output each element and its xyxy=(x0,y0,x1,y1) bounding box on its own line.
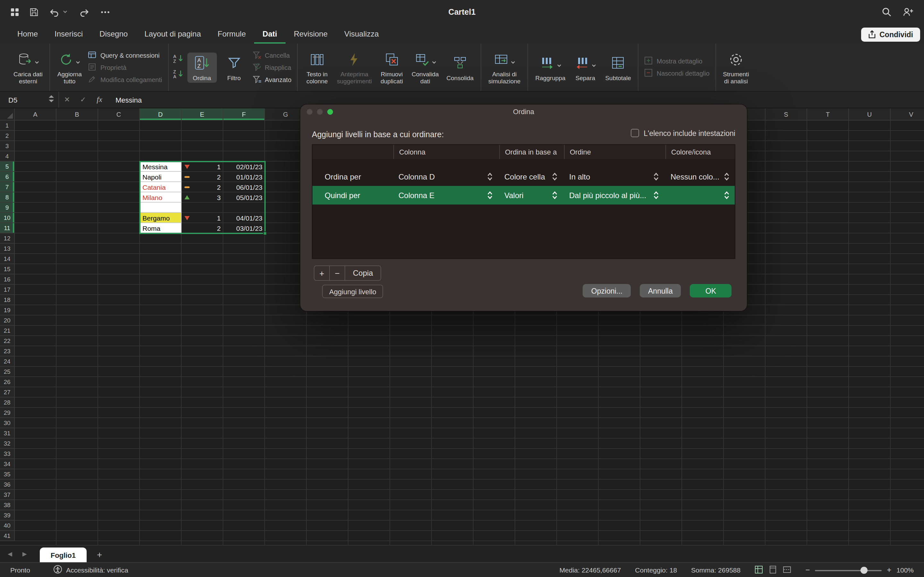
cell-e9[interactable] xyxy=(182,203,223,213)
row-header-34[interactable]: 34 xyxy=(0,459,15,469)
row-header-41[interactable]: 41 xyxy=(0,531,15,541)
strumenti-di-analisi-button[interactable]: Strumentidi analisi xyxy=(720,49,751,86)
redo-icon[interactable] xyxy=(79,7,90,16)
row-header-39[interactable]: 39 xyxy=(0,510,15,521)
cancel-entry-icon[interactable]: ✕ xyxy=(59,95,75,104)
cell-e8[interactable]: 3 xyxy=(182,192,223,203)
cell-d5[interactable]: Messina xyxy=(140,161,182,172)
zoom-percent[interactable]: 100% xyxy=(897,566,914,574)
cell-f6[interactable]: 01/01/23 xyxy=(223,172,265,182)
insert-function-icon[interactable]: fx xyxy=(91,95,108,105)
query-connessioni-button[interactable]: Query & connessioni xyxy=(88,51,162,60)
cell-e6[interactable]: 2 xyxy=(182,172,223,182)
aggiorna-tutto-button[interactable]: Aggiornatutto xyxy=(55,49,84,86)
cell-e10[interactable]: 1 xyxy=(182,213,223,223)
share-user-icon[interactable] xyxy=(903,7,914,17)
level-order-dropdown[interactable]: Dal più piccolo al più... xyxy=(564,186,666,205)
zoom-out-icon[interactable]: − xyxy=(805,566,810,574)
level-column-dropdown[interactable]: Colonna E xyxy=(393,186,499,205)
row-header-38[interactable]: 38 xyxy=(0,500,15,510)
column-header-f[interactable]: F xyxy=(223,108,265,120)
column-header-a[interactable]: A xyxy=(15,108,57,120)
cell-d7[interactable]: Catania xyxy=(140,182,182,192)
row-header-6[interactable]: 6 xyxy=(0,172,15,182)
cell-d10[interactable]: Bergamo xyxy=(140,213,182,223)
carica-dati-esterni-button[interactable]: Carica datiesterni xyxy=(11,49,45,86)
undo-icon[interactable] xyxy=(49,7,59,16)
dialog-minimize-button[interactable] xyxy=(317,109,323,115)
cell-d8[interactable]: Milano xyxy=(140,192,182,203)
select-all-corner[interactable] xyxy=(0,108,15,120)
zoom-slider-thumb[interactable] xyxy=(861,566,867,574)
checkbox-icon[interactable] xyxy=(631,129,639,137)
ordina-button[interactable]: AZOrdina xyxy=(187,52,216,82)
level-column-dropdown[interactable]: Colonna D xyxy=(393,167,499,186)
add-level-tooltip-button[interactable]: Aggiungi livello xyxy=(322,285,383,298)
dialog-titlebar[interactable]: Ordina xyxy=(300,105,747,119)
row-header-11[interactable]: 11 xyxy=(0,223,15,234)
row-header-5[interactable]: 5 xyxy=(0,161,15,172)
row-header-36[interactable]: 36 xyxy=(0,480,15,490)
row-header-10[interactable]: 10 xyxy=(0,213,15,223)
column-header-v[interactable]: V xyxy=(891,108,924,120)
formula-content[interactable]: Messina xyxy=(108,96,142,103)
row-header-35[interactable]: 35 xyxy=(0,469,15,480)
zoom-slider-track[interactable] xyxy=(815,570,882,571)
normal-view-icon[interactable] xyxy=(754,565,763,575)
separa-button[interactable]: Separa xyxy=(570,52,600,82)
zoom-in-icon[interactable]: + xyxy=(887,566,891,574)
tab-inserisci[interactable]: Inserisci xyxy=(46,25,91,44)
cell-f5[interactable]: 02/01/23 xyxy=(223,161,265,172)
add-level-button[interactable]: + xyxy=(314,266,330,280)
remove-level-button[interactable]: − xyxy=(330,266,345,280)
avanzato-button[interactable]: Avanzato xyxy=(252,75,291,84)
row-header-7[interactable]: 7 xyxy=(0,182,15,192)
row-header-37[interactable]: 37 xyxy=(0,490,15,500)
cell-e5[interactable]: 1 xyxy=(182,161,223,172)
dialog-close-button[interactable] xyxy=(307,109,312,115)
row-header-30[interactable]: 30 xyxy=(0,418,15,428)
cell-d6[interactable]: Napoli xyxy=(140,172,182,182)
sort-az-button[interactable]: AZ xyxy=(173,54,183,65)
list-has-headers-checkbox-row[interactable]: L'elenco include intestazioni xyxy=(631,129,735,137)
row-header-23[interactable]: 23 xyxy=(0,346,15,356)
add-sheet-button[interactable]: + xyxy=(97,550,102,562)
level-color-icon-dropdown[interactable] xyxy=(666,186,736,205)
cell-f7[interactable]: 06/01/23 xyxy=(223,182,265,192)
cell-d11[interactable]: Roma xyxy=(140,223,182,234)
row-header-28[interactable]: 28 xyxy=(0,398,15,408)
row-header-25[interactable]: 25 xyxy=(0,367,15,377)
column-header-u[interactable]: U xyxy=(849,108,891,120)
tab-home[interactable]: Home xyxy=(9,25,46,44)
sort-level-row-1[interactable]: Ordina perColonna DColore cellaIn altoNe… xyxy=(312,167,735,186)
row-header-27[interactable]: 27 xyxy=(0,387,15,398)
subtotale-button[interactable]: Subtotale xyxy=(603,52,633,82)
column-header-e[interactable]: E xyxy=(182,108,223,120)
row-header-13[interactable]: 13 xyxy=(0,243,15,254)
cell-d9[interactable] xyxy=(140,203,182,213)
cell-e7[interactable]: 2 xyxy=(182,182,223,192)
confirm-entry-icon[interactable]: ✓ xyxy=(75,95,91,104)
filtro-button[interactable]: Filtro xyxy=(219,52,249,82)
dialog-zoom-button[interactable] xyxy=(327,109,333,115)
row-header-1[interactable]: 1 xyxy=(0,121,15,131)
row-header-29[interactable]: 29 xyxy=(0,408,15,418)
row-header-4[interactable]: 4 xyxy=(0,151,15,161)
testo-in-colonne-button[interactable]: Testo incolonne xyxy=(302,49,332,86)
options-button[interactable]: Opzioni... xyxy=(583,284,631,298)
row-header-20[interactable]: 20 xyxy=(0,316,15,326)
column-header-c[interactable]: C xyxy=(98,108,140,120)
tab-disegno[interactable]: Disegno xyxy=(91,25,136,44)
cell-f9[interactable] xyxy=(223,203,265,213)
row-header-26[interactable]: 26 xyxy=(0,377,15,387)
row-header-2[interactable]: 2 xyxy=(0,131,15,141)
convalida-dati-button[interactable]: Convalidadati xyxy=(409,49,441,86)
row-header-31[interactable]: 31 xyxy=(0,428,15,438)
cell-f10[interactable]: 04/01/23 xyxy=(223,213,265,223)
row-header-14[interactable]: 14 xyxy=(0,254,15,264)
row-header-19[interactable]: 19 xyxy=(0,305,15,316)
level-based-on-dropdown[interactable]: Valori xyxy=(499,186,564,205)
accessibility-status[interactable]: Accessibilità: verifica xyxy=(53,565,128,575)
row-header-3[interactable]: 3 xyxy=(0,141,15,151)
level-order-dropdown[interactable]: In alto xyxy=(564,167,666,186)
